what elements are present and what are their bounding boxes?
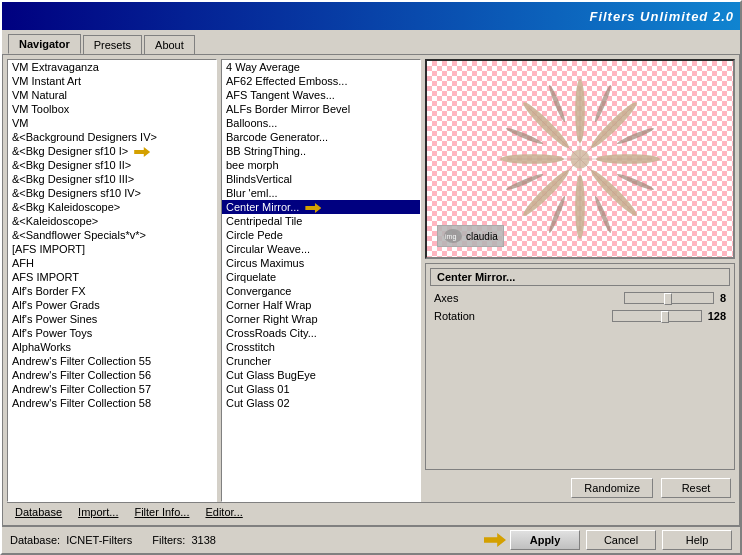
main-window: Filters Unlimited 2.0 Navigator Presets … (0, 0, 742, 555)
window-title: Filters Unlimited 2.0 (589, 9, 734, 24)
left-list-item[interactable]: &<Sandflower Specials*v*> (8, 228, 216, 242)
middle-list-item[interactable]: Cut Glass BugEye (222, 368, 420, 382)
cancel-button[interactable]: Cancel (586, 530, 656, 550)
left-list-item[interactable]: VM Instant Art (8, 74, 216, 88)
left-list-item[interactable]: &<Bkg Designers sf10 IV> (8, 186, 216, 200)
selected-arrow-icon (305, 203, 321, 213)
left-list-item[interactable]: AFS IMPORT (8, 270, 216, 284)
toolbar-left: Database Import... Filter Info... Editor… (15, 506, 243, 518)
reset-button[interactable]: Reset (661, 478, 731, 498)
middle-list-item[interactable]: Center Mirror... (222, 200, 420, 214)
tab-presets[interactable]: Presets (83, 35, 142, 54)
middle-list-item[interactable]: Cut Glass 02 (222, 396, 420, 410)
axes-slider[interactable] (624, 292, 714, 304)
middle-list-item[interactable]: Circular Weave... (222, 242, 420, 256)
rotation-label: Rotation (434, 310, 475, 322)
axes-label: Axes (434, 292, 458, 304)
apply-wrapper: Apply (484, 530, 580, 550)
title-bar: Filters Unlimited 2.0 (2, 2, 740, 30)
preview-area: img claudia (425, 59, 735, 259)
item-arrow-icon (134, 147, 150, 157)
axes-value: 8 (720, 292, 726, 304)
left-list-item[interactable]: &<Bkg Designer sf10 II> (8, 158, 216, 172)
right-panel: img claudia Center Mirror... Axes (425, 59, 735, 502)
left-list-item[interactable]: Andrew's Filter Collection 55 (8, 354, 216, 368)
status-bar: Database: ICNET-Filters Filters: 3138 (10, 534, 216, 546)
left-list-item[interactable]: Alf's Power Toys (8, 326, 216, 340)
param-axes-row: Axes 8 (430, 292, 730, 304)
left-list-item[interactable]: &<Bkg Designer sf10 I> (8, 144, 216, 158)
left-list-item[interactable]: &<Bkg Designer sf10 III> (8, 172, 216, 186)
status-action-row: Database: ICNET-Filters Filters: 3138 Ap… (2, 526, 740, 553)
database-link[interactable]: Database (15, 506, 62, 518)
left-list-item[interactable]: AlphaWorks (8, 340, 216, 354)
middle-list-item[interactable]: AFS Tangent Waves... (222, 88, 420, 102)
main-content: Navigator Presets About VM ExtravaganzaV… (2, 30, 740, 526)
randomize-button[interactable]: Randomize (571, 478, 653, 498)
middle-list-item[interactable]: Crosstitch (222, 340, 420, 354)
left-list-item[interactable]: Alf's Power Sines (8, 312, 216, 326)
axes-slider-track: 8 (624, 292, 726, 304)
database-label: Database: ICNET-Filters (10, 534, 132, 546)
tab-about[interactable]: About (144, 35, 195, 54)
middle-list[interactable]: 4 Way AverageAF62 Effected Emboss...AFS … (221, 59, 421, 502)
middle-list-item[interactable]: bee morph (222, 158, 420, 172)
middle-list-item[interactable]: BlindsVertical (222, 172, 420, 186)
left-list-item[interactable]: &<Background Designers IV> (8, 130, 216, 144)
preview-image (500, 79, 660, 239)
middle-list-item[interactable]: Circle Pede (222, 228, 420, 242)
middle-list-item[interactable]: Circus Maximus (222, 256, 420, 270)
rotation-slider-track: 128 (612, 310, 726, 322)
axes-thumb[interactable] (664, 293, 672, 305)
left-list-item[interactable]: Andrew's Filter Collection 57 (8, 382, 216, 396)
tab-navigator[interactable]: Navigator (8, 34, 81, 54)
middle-list-item[interactable]: BB StringThing.. (222, 144, 420, 158)
left-list-item[interactable]: VM Natural (8, 88, 216, 102)
svg-point-9 (616, 126, 655, 146)
tab-content: VM ExtravaganzaVM Instant ArtVM NaturalV… (2, 54, 740, 526)
middle-list-item[interactable]: Centripedal Tile (222, 214, 420, 228)
left-list-item[interactable]: Andrew's Filter Collection 56 (8, 368, 216, 382)
middle-list-item[interactable]: Corner Right Wrap (222, 312, 420, 326)
middle-list-item[interactable]: Cut Glass 01 (222, 382, 420, 396)
left-list-item[interactable]: Alf's Power Grads (8, 298, 216, 312)
rotation-slider[interactable] (612, 310, 702, 322)
middle-list-item[interactable]: 4 Way Average (222, 60, 420, 74)
middle-list-item[interactable]: CrossRoads City... (222, 326, 420, 340)
filter-info-link[interactable]: Filter Info... (134, 506, 189, 518)
left-list[interactable]: VM ExtravaganzaVM Instant ArtVM NaturalV… (7, 59, 217, 502)
left-panel: VM ExtravaganzaVM Instant ArtVM NaturalV… (7, 59, 217, 502)
svg-point-15 (547, 84, 567, 123)
middle-list-item[interactable]: Blur 'eml... (222, 186, 420, 200)
left-list-item[interactable]: &<Kaleidoscope> (8, 214, 216, 228)
middle-list-item[interactable]: Corner Half Wrap (222, 298, 420, 312)
left-list-item[interactable]: VM Extravaganza (8, 60, 216, 74)
left-list-item[interactable]: AFH (8, 256, 216, 270)
middle-list-item[interactable]: Barcode Generator... (222, 130, 420, 144)
left-list-item[interactable]: VM (8, 116, 216, 130)
rotation-thumb[interactable] (661, 311, 669, 323)
middle-list-item[interactable]: Cruncher (222, 354, 420, 368)
svg-point-13 (505, 172, 544, 192)
middle-list-item[interactable]: AF62 Effected Emboss... (222, 74, 420, 88)
left-list-item[interactable]: &<Bkg Kaleidoscope> (8, 200, 216, 214)
left-list-item[interactable]: Alf's Border FX (8, 284, 216, 298)
import-link[interactable]: Import... (78, 506, 118, 518)
middle-list-item[interactable]: Convergance (222, 284, 420, 298)
middle-list-item[interactable]: Balloons... (222, 116, 420, 130)
middle-list-item[interactable]: ALFs Border Mirror Bevel (222, 102, 420, 116)
middle-list-item[interactable]: Cirquelate (222, 270, 420, 284)
left-list-item[interactable]: VM Toolbox (8, 102, 216, 116)
svg-point-12 (547, 195, 567, 234)
editor-link[interactable]: Editor... (205, 506, 242, 518)
param-rotation-row: Rotation 128 (430, 310, 730, 322)
action-buttons: Apply Cancel Help (484, 530, 732, 550)
svg-text:img: img (445, 233, 456, 241)
left-list-item[interactable]: [AFS IMPORT] (8, 242, 216, 256)
apply-button[interactable]: Apply (510, 530, 580, 550)
svg-point-14 (505, 126, 544, 146)
claudia-text: claudia (466, 231, 498, 242)
help-button[interactable]: Help (662, 530, 732, 550)
filter-name: Center Mirror... (437, 271, 515, 283)
left-list-item[interactable]: Andrew's Filter Collection 58 (8, 396, 216, 410)
